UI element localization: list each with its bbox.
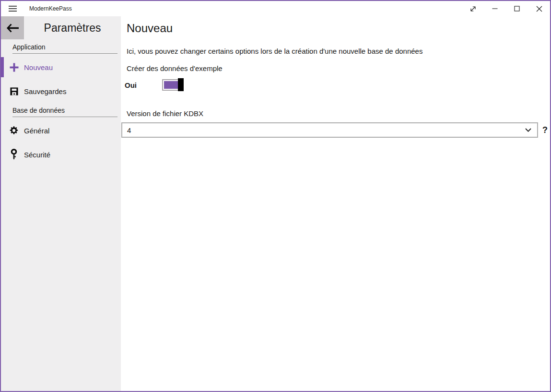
kdbx-version-value: 4 [127,126,131,134]
window-title: ModernKeePass [29,5,462,12]
section-header-base-de-donnees: Base de données [12,107,117,117]
hamburger-menu-button[interactable] [1,1,24,16]
sample-data-label: Créer des données d'exemple [127,64,550,72]
settings-title: Paramètres [24,16,121,39]
app-window: ModernKeePass [0,0,551,392]
toggle-knob[interactable] [178,78,184,91]
title-bar: ModernKeePass [1,1,550,16]
sample-data-toggle[interactable] [162,79,184,91]
app-body: Paramètres Application Nouveau [1,16,550,391]
kdbx-version-dropdown[interactable]: 4 [121,122,538,138]
section-header-application: Application [12,43,117,54]
plus-icon [9,63,19,72]
fullscreen-button[interactable] [462,1,484,16]
maximize-button[interactable] [506,1,528,16]
main-content: Nouveau Ici, vous pouvez changer certain… [121,16,550,391]
page-title: Nouveau [127,21,550,36]
back-button[interactable] [1,16,24,39]
help-button[interactable]: ? [542,125,548,135]
page-description: Ici, vous pouvez changer certains option… [127,47,550,55]
sidebar-item-sauvegardes[interactable]: Sauvegardes [1,81,121,102]
sidebar-item-label: Général [24,127,49,135]
close-button[interactable] [528,1,550,16]
diagonal-resize-icon [469,5,477,12]
maximize-icon [514,6,520,12]
settings-sidebar: Paramètres Application Nouveau [1,16,121,391]
minimize-button[interactable] [484,1,506,16]
key-icon [9,149,19,161]
kdbx-version-label: Version de fichier KDBX [127,109,550,118]
gear-icon [9,126,19,135]
sidebar-item-label: Sécurité [24,151,50,159]
close-icon [536,6,542,12]
hamburger-menu-icon [9,5,17,12]
minimize-icon [492,6,498,12]
toggle-state-label: Oui [125,81,162,89]
sidebar-item-general[interactable]: Général [1,120,121,141]
sidebar-header: Paramètres [1,16,121,39]
kdbx-version-row: 4 ? [121,122,550,138]
sidebar-item-label: Sauvegardes [24,87,66,95]
window-controls [462,1,550,16]
chevron-down-icon [525,128,531,132]
sidebar-item-nouveau[interactable]: Nouveau [1,57,121,78]
save-floppy-icon [9,87,19,96]
sample-data-toggle-row: Oui [125,78,550,92]
toggle-fill [164,81,179,89]
back-arrow-icon [6,24,19,33]
sidebar-item-securite[interactable]: Sécurité [1,144,121,165]
sidebar-item-label: Nouveau [24,63,53,71]
